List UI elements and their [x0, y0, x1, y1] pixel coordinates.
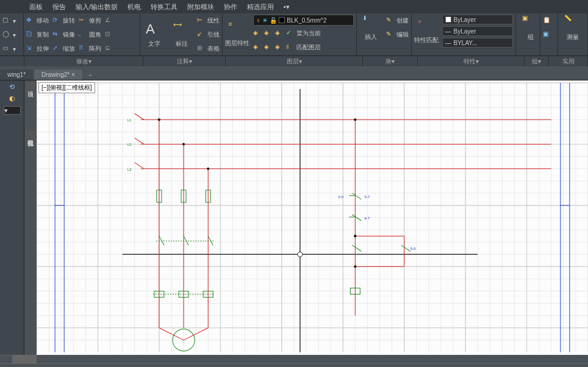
paste-icon: 📋 [543, 16, 551, 25]
tab-drawing2[interactable]: Drawing2* × [34, 69, 82, 80]
move-button[interactable]: ✥移动 [26, 15, 49, 27]
edit-block-button[interactable]: ✎编辑 [386, 29, 409, 41]
set-current-button[interactable]: ✓置为当前 [286, 27, 321, 40]
menu-addon[interactable]: 附加模块 [182, 2, 219, 12]
main-area: ⟲ ◐ ▾ 项目 位置代号视图 [−][俯视][二维线框] [0, 80, 588, 355]
layer-b3[interactable]: ◈ [275, 41, 284, 54]
stretch-icon: ⇲ [26, 45, 35, 53]
horizontal-scrollbar[interactable] [0, 355, 588, 363]
match-props-button[interactable]: ⟐ 特性匹配 [414, 15, 439, 48]
stretch-button[interactable]: ⇲拉伸 [26, 43, 49, 55]
leader-button[interactable]: ↙引线 [197, 29, 220, 41]
menu-collab[interactable]: 协作 [219, 2, 242, 12]
bulb-icon: ♀ [256, 17, 261, 24]
menu-io[interactable]: 输入/输出数据 [71, 2, 123, 12]
add-tab-button[interactable]: + [84, 70, 97, 80]
layer-props-button[interactable]: ≡ 图层特性 [225, 15, 249, 54]
layer-b2[interactable]: ◈ [264, 41, 273, 54]
group-button[interactable]: ▣ 组 [518, 15, 543, 41]
svg-text:L2: L2 [127, 143, 132, 146]
tool-b[interactable]: ◐ [9, 94, 15, 102]
sidebar-tab-project[interactable]: 项目 [26, 82, 35, 91]
matchprops-icon: ⟐ [418, 18, 435, 35]
menu-report[interactable]: 报告 [48, 2, 71, 12]
mirror-button[interactable]: ⇋镜像 [52, 29, 75, 41]
trim-button[interactable]: ✂修剪 [79, 15, 101, 27]
setcurrent-icon: ✓ [286, 29, 295, 38]
label-annotate[interactable]: 注释 ▾ [143, 56, 226, 66]
layer-t3[interactable]: ◈ [275, 27, 284, 40]
view-label[interactable]: [−][俯视][二维线框] [38, 82, 95, 93]
insert-button[interactable]: ⬇ 插入 [359, 15, 382, 41]
svg-text:L3: L3 [127, 168, 132, 171]
menu-bar: 面板 报告 输入/输出数据 机电 转换工具 附加模块 协作 精选应用 ▪▾ [0, 0, 588, 13]
drawing-canvas[interactable]: [−][俯视][二维线框] [37, 80, 588, 355]
layon-icon: ◈ [275, 43, 284, 52]
mod-extra2[interactable]: ⊡ [105, 29, 113, 41]
match-layer-button[interactable]: ⫴匹配图层 [286, 41, 321, 54]
layer-b1[interactable]: ◈ [253, 41, 262, 54]
menu-elec[interactable]: 机电 [123, 2, 146, 12]
create-block-button[interactable]: ✎创建 [386, 15, 409, 27]
close-icon[interactable]: × [71, 71, 75, 78]
label-props[interactable]: 特性 ▾ [418, 56, 525, 66]
layer-t2[interactable]: ◈ [264, 27, 273, 40]
layfrz-icon: ◈ [275, 29, 284, 38]
table-button[interactable]: ⊞表格 [197, 43, 220, 55]
array-button[interactable]: ⠿阵列 [79, 43, 101, 55]
rect-icon: ▭ [2, 45, 11, 53]
sidebar-tab-location[interactable]: 位置代号视图 [26, 130, 35, 140]
circle-icon: ◯ [2, 30, 11, 39]
table-icon: ⊞ [197, 45, 206, 53]
label-modify[interactable]: 修改 ▾ [24, 56, 143, 66]
array-icon: ⠿ [79, 45, 87, 53]
tool-circle[interactable]: ◯▾ [2, 29, 21, 41]
layer-t1[interactable]: ◈ [253, 27, 262, 40]
menu-featured[interactable]: 精选应用 [242, 2, 279, 12]
scale-button[interactable]: ⤢缩放 [52, 43, 75, 55]
tab-drawing1[interactable]: wing1* [0, 69, 33, 80]
command-line: × 命令: [0, 363, 588, 367]
util-2[interactable]: ▣ [543, 29, 555, 41]
dim-button[interactable]: ⟷ 标注 [170, 15, 193, 55]
util-1[interactable]: 📋 [543, 15, 555, 27]
svg-text:5-7: 5-7 [364, 195, 370, 199]
tool-a[interactable]: ⟲ [9, 83, 15, 91]
measure-button[interactable]: 📏 测量 [561, 15, 585, 41]
svg-text:5-0: 5-0 [411, 247, 416, 251]
svg-point-23 [182, 143, 185, 145]
ribbon-panel-labels: 修改 ▾ 注释 ▾ 图层 ▾ 块 ▾ 特性 ▾ 组 ▾ 实用 [0, 56, 588, 67]
rotate-button[interactable]: ⟳旋转 [52, 15, 75, 27]
copy-button[interactable]: ⿻复制 [26, 29, 49, 41]
mod-extra3[interactable]: ⊆ [105, 43, 113, 55]
fillet-button[interactable]: ◟圆角 [79, 29, 101, 41]
text-button[interactable]: A 文字 [143, 15, 167, 55]
svg-point-44 [354, 235, 356, 237]
layer-selector[interactable]: ♀ ☀ 🔓 BLK_0.5mm^2 [253, 15, 354, 26]
label-util[interactable]: 实用 [549, 56, 588, 66]
color-dropdown[interactable]: ByLayer [442, 15, 513, 24]
tool-c[interactable]: ▾ [4, 106, 21, 115]
label-layers[interactable]: 图层 ▾ [226, 56, 363, 66]
explode-icon: ⊡ [105, 30, 113, 39]
edit-icon: ✎ [386, 30, 395, 39]
lock-icon: 🔓 [270, 17, 277, 24]
menu-overflow-icon[interactable]: ▪▾ [279, 3, 295, 11]
menu-convert[interactable]: 转换工具 [146, 2, 182, 12]
mod-extra1[interactable]: ∠ [105, 15, 113, 27]
label-block[interactable]: 块 ▾ [363, 56, 418, 66]
insert-icon: ⬇ [362, 15, 379, 32]
create-icon: ✎ [386, 16, 395, 25]
offset-icon: ⊆ [105, 45, 113, 53]
layunlock-icon: ◈ [264, 43, 273, 52]
tool-dropdown[interactable]: ▢▾ [2, 15, 21, 27]
linetype-dropdown[interactable]: —ByLayer [442, 26, 513, 36]
layiso-icon: ◈ [253, 29, 262, 38]
lineweight-dropdown[interactable]: —BYLAY... [442, 38, 513, 48]
svg-text:L1: L1 [127, 118, 132, 122]
label-group[interactable]: 组 ▾ [525, 56, 549, 66]
menu-panel[interactable]: 面板 [24, 2, 48, 12]
linear-button[interactable]: ⊢线性 [197, 15, 220, 27]
trim-icon: ✂ [79, 16, 87, 25]
tool-rect[interactable]: ▭▾ [2, 43, 21, 55]
